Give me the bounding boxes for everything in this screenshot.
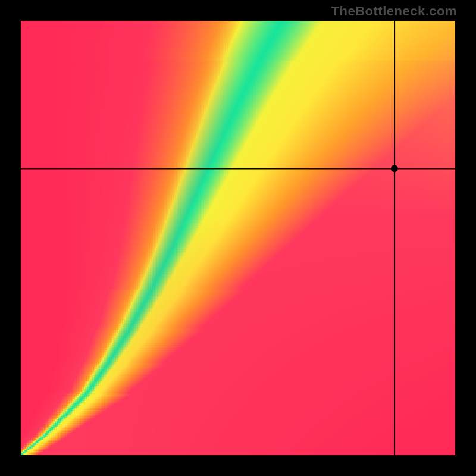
watermark-text: TheBottleneck.com: [331, 4, 457, 19]
crosshair-overlay: [21, 21, 455, 455]
chart-frame: TheBottleneck.com: [0, 0, 476, 476]
